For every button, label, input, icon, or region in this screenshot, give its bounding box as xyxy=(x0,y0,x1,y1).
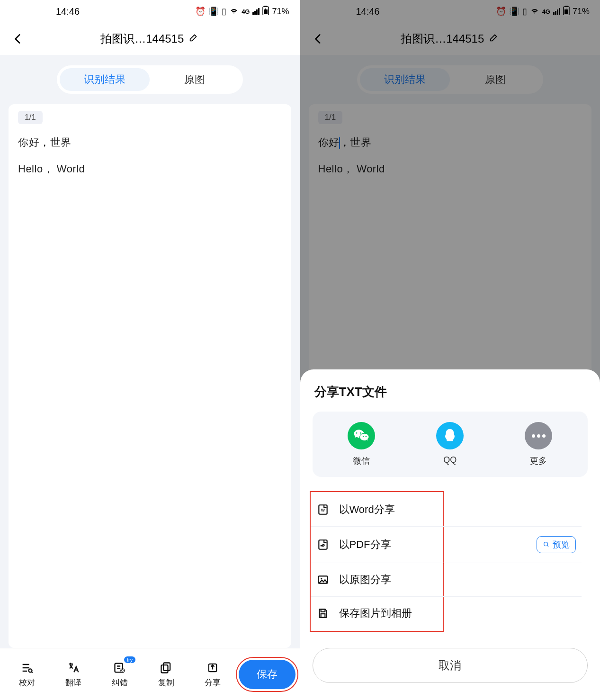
page-title: 拍图识…144515 xyxy=(32,31,268,46)
copy-button[interactable]: 复制 xyxy=(143,660,189,688)
share-options-highlight: W 以Word分享 以PDF分享 预览 以原图分享 xyxy=(310,491,444,632)
label: 更多 xyxy=(530,455,547,467)
bottom-bar: 校对 翻译 try 纠错 复制 分享 保存 xyxy=(0,648,300,700)
copy-icon xyxy=(159,660,174,675)
edit-icon[interactable] xyxy=(188,32,199,45)
word-icon: W xyxy=(316,503,330,516)
image-icon xyxy=(316,573,330,586)
wechat-icon xyxy=(348,422,375,449)
recognized-text[interactable]: 你好，世界 Hello， World xyxy=(18,135,282,176)
topbar: 拍图识…144515 xyxy=(0,23,300,55)
pdf-icon xyxy=(316,538,330,551)
cancel-button[interactable]: 取消 xyxy=(313,648,588,683)
text-line-2: Hello， World xyxy=(18,162,282,176)
try-badge: try xyxy=(123,655,136,664)
label: 保存图片到相册 xyxy=(339,606,576,620)
share-wechat[interactable]: 微信 xyxy=(333,422,390,467)
label: 微信 xyxy=(353,455,370,467)
battery-pct: 71% xyxy=(272,7,289,17)
text-line-1: 你好，世界 xyxy=(18,135,282,150)
save-button[interactable]: 保存 xyxy=(239,660,296,689)
label: 以PDF分享 xyxy=(339,538,527,552)
translate-icon xyxy=(66,660,81,675)
label: 预览 xyxy=(553,539,570,550)
svg-point-17 xyxy=(321,578,322,579)
share-as-word[interactable]: W 以Word分享 xyxy=(311,493,582,527)
share-icon xyxy=(205,660,220,675)
status-icons: ⏰ 📳 ▯ 4G 71% xyxy=(195,6,289,18)
save-icon xyxy=(316,607,330,620)
share-sheet: 分享TXT文件 微信 QQ 更多 xyxy=(300,369,600,700)
net-label: 4G xyxy=(242,8,250,15)
svg-rect-19 xyxy=(321,614,325,618)
save-to-album[interactable]: 保存图片到相册 xyxy=(311,597,582,630)
correct-button[interactable]: try 纠错 xyxy=(97,660,143,688)
sheet-title: 分享TXT文件 xyxy=(313,384,588,400)
translate-button[interactable]: 翻译 xyxy=(50,660,97,688)
back-button[interactable] xyxy=(9,29,27,48)
svg-rect-6 xyxy=(163,663,170,671)
page-indicator: 1/1 xyxy=(18,111,43,124)
tabs: 识别结果 原图 xyxy=(57,65,243,94)
share-button[interactable]: 分享 xyxy=(189,660,236,688)
label: 复制 xyxy=(158,677,174,688)
share-apps: 微信 QQ 更多 xyxy=(313,412,588,477)
battery-icon xyxy=(262,6,269,18)
text-token: World xyxy=(57,163,85,175)
qq-icon xyxy=(436,422,464,449)
signal-icon xyxy=(252,8,260,15)
status-bar: 14:46 ⏰ 📳 ▯ 4G 71% xyxy=(0,0,300,23)
content-card: 1/1 你好，世界 Hello， World xyxy=(9,104,291,648)
share-as-image[interactable]: 以原图分享 xyxy=(311,563,582,597)
label: 以Word分享 xyxy=(339,503,576,517)
svg-text:W: W xyxy=(321,508,325,512)
vibrate-icon: 📳 xyxy=(208,6,219,17)
label: 翻译 xyxy=(65,677,81,688)
share-qq[interactable]: QQ xyxy=(421,422,478,467)
wifi-icon xyxy=(229,6,239,18)
status-time: 14:46 xyxy=(56,6,80,17)
text-token: Hello， xyxy=(18,163,54,175)
tab-result[interactable]: 识别结果 xyxy=(60,68,150,91)
label: 以原图分享 xyxy=(339,573,576,587)
label: QQ xyxy=(443,455,457,465)
label: 校对 xyxy=(19,677,35,688)
svg-rect-7 xyxy=(161,665,168,673)
sim-icon: ▯ xyxy=(222,6,226,17)
share-as-pdf[interactable]: 以PDF分享 预览 xyxy=(311,527,582,563)
more-icon xyxy=(525,422,552,449)
proofread-icon xyxy=(19,660,35,675)
share-more[interactable]: 更多 xyxy=(510,422,567,467)
title-text: 拍图识…144515 xyxy=(100,31,184,46)
preview-button[interactable]: 预览 xyxy=(537,536,576,553)
alarm-icon: ⏰ xyxy=(195,6,206,17)
right-screen: 14:46 ⏰ 📳 ▯ 4G 71% 拍图识…144515 xyxy=(300,0,600,700)
label: 纠错 xyxy=(112,677,128,688)
label: 分享 xyxy=(205,677,221,688)
proofread-button[interactable]: 校对 xyxy=(4,660,50,688)
left-screen: 14:46 ⏰ 📳 ▯ 4G 71% 拍图识…144515 xyxy=(0,0,300,700)
svg-rect-18 xyxy=(321,609,325,611)
tab-original[interactable]: 原图 xyxy=(150,68,240,91)
